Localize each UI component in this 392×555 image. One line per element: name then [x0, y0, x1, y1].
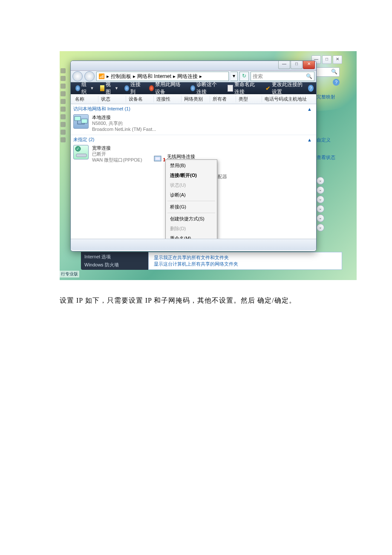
col-connectivity[interactable]: 连接性	[154, 96, 182, 102]
ctx-status: 状态(U)	[166, 180, 217, 190]
bc-sep: ▸	[133, 73, 135, 79]
caret-icon: ▼	[90, 86, 94, 90]
ctx-diagnose[interactable]: 诊断(A)	[166, 190, 217, 200]
col-owner[interactable]: 所有者	[210, 96, 236, 102]
search-icon: 🔍	[331, 69, 337, 75]
link-show-shared-files[interactable]: 显示我正在共享的所有文件和文件夹	[154, 254, 342, 261]
close-button[interactable]: ✕	[303, 61, 315, 69]
tb-diagnose[interactable]: 诊断这个连接	[188, 80, 224, 96]
connection-list: 访问本地网络和 Internet (1)▲ 本地连接 N5800, 共享的 Br…	[71, 104, 316, 239]
svg-text:✓: ✓	[76, 147, 80, 151]
outer-maximize-button[interactable]: □	[322, 55, 331, 64]
wireless-adapter-icon[interactable]: ✖	[154, 153, 165, 164]
outer-left-links: Internet 选项 Windows 防火墙	[81, 252, 148, 270]
maximize-button[interactable]: □	[291, 61, 303, 69]
conn-title: 本地连接	[92, 114, 156, 120]
help-icon[interactable]: ?	[308, 85, 314, 92]
screenshot: 行专业版 — □ ✕ 🔍 ? 完整映射 自定义 查看状态 ⌄ ⌄ ⌄ ⌄ ⌄ ⌄	[60, 51, 357, 280]
tb-view[interactable]: 视图▼	[98, 80, 121, 96]
network-adapter-icon	[73, 114, 89, 129]
conn-title: 宽带连接	[92, 145, 142, 151]
group-local-network[interactable]: 访问本地网络和 Internet (1)▲	[71, 104, 316, 113]
svg-rect-6	[156, 157, 160, 160]
view-icon	[100, 85, 105, 91]
ctx-create-shortcut[interactable]: 创建快捷方式(S)	[166, 214, 217, 224]
bc-sep: ▸	[173, 73, 176, 79]
network-connections-window: — □ ✕ 📶 ▸ 控制面板 ▸ 网络和 Internet ▸ 网络连接 ▸	[70, 61, 317, 251]
command-bar: 组织▼ 视图▼ 连接到 禁用此网络设备 诊断这个连接 重命名此连接 ✔更改此连接…	[71, 82, 316, 94]
conn-subtitle: N5800, 共享的	[92, 120, 156, 126]
col-status[interactable]: 状态	[98, 96, 126, 102]
titlebar[interactable]: — □ ✕	[71, 61, 316, 71]
tb-rename[interactable]: 重命名此连接	[225, 80, 262, 96]
bc-seg2[interactable]: 网络和 Internet	[137, 73, 171, 80]
col-type[interactable]: 类型	[236, 96, 262, 102]
chevron-down-icon[interactable]: ⌄	[317, 177, 324, 185]
tb-change-settings[interactable]: ✔更改此连接的设置	[263, 80, 306, 96]
col-device[interactable]: 设备名	[126, 96, 154, 102]
col-phone[interactable]: 电话号码或主机地址	[262, 96, 316, 102]
document-caption: 设置 IP 如下，只需要设置 IP 和子网掩码，其他不设置。然后 确定/确定。	[60, 296, 392, 305]
caret-icon: ▼	[115, 86, 118, 90]
check-icon: ✔	[265, 85, 271, 92]
bc-sep: ▸	[199, 73, 202, 79]
connection-wireless-adapter-suffix: 配器	[218, 173, 227, 180]
collapse-icon[interactable]: ▲	[307, 137, 312, 142]
outer-right-panel: 完整映射 自定义 查看状态 ⌄ ⌄ ⌄ ⌄ ⌄ ⌄	[317, 77, 342, 280]
search-placeholder: 搜索	[253, 73, 263, 80]
bc-sep: ▸	[107, 73, 109, 79]
link-windows-firewall[interactable]: Windows 防火墙	[84, 262, 148, 268]
rename-icon	[228, 85, 233, 92]
chevron-down-icon[interactable]: ⌄	[317, 186, 324, 194]
chevron-down-icon[interactable]: ⌄	[317, 205, 324, 213]
breadcrumb-dropdown[interactable]: ▾	[231, 72, 238, 81]
link-customize[interactable]: 自定义	[317, 137, 342, 143]
conn-device: WAN 微型端口(PPPOE)	[92, 157, 142, 163]
connect-icon	[124, 85, 129, 91]
connection-wireless-title[interactable]: 无线网络连接	[167, 153, 195, 160]
svg-rect-0	[75, 116, 81, 121]
refresh-button[interactable]: ↻	[239, 72, 249, 81]
chevron-down-icon[interactable]: ⌄	[317, 214, 324, 222]
tb-organize[interactable]: 组织▼	[73, 80, 96, 96]
link-view-status[interactable]: 查看状态	[317, 154, 342, 161]
breadcrumb[interactable]: 📶 ▸ 控制面板 ▸ 网络和 Internet ▸ 网络连接 ▸	[96, 72, 229, 81]
ctx-delete: 删除(D)	[166, 224, 217, 234]
ctx-bridge[interactable]: 桥接(G)	[166, 202, 217, 212]
chevron-down-icon[interactable]: ⌄	[317, 224, 324, 231]
disable-icon	[149, 85, 154, 91]
separator	[167, 213, 215, 213]
ctx-connect-disconnect[interactable]: 连接/断开(O)	[166, 171, 217, 180]
ctx-rename[interactable]: 重命名(M)	[166, 234, 217, 239]
ctx-disable[interactable]: 禁用(B)	[166, 161, 217, 171]
col-name[interactable]: 名称	[72, 96, 98, 102]
broadband-icon: ✓	[73, 145, 89, 159]
outer-close-button[interactable]: ✕	[333, 55, 342, 64]
collapse-icon[interactable]: ▲	[307, 107, 312, 112]
search-input[interactable]: 搜索 🔍	[251, 72, 314, 81]
link-full-map[interactable]: 完整映射	[317, 94, 342, 100]
folder-icon: 📶	[98, 73, 105, 79]
tb-connect-to[interactable]: 连接到	[122, 80, 145, 96]
statusbar	[71, 239, 316, 250]
conn-subtitle: 已断开	[92, 151, 142, 157]
bc-seg3[interactable]: 网络连接	[177, 73, 198, 80]
context-menu: 禁用(B) 连接/断开(O) 状态(U) 诊断(A) 桥接(G) 创建快捷方式(…	[165, 159, 217, 239]
dock-label: 行专业版	[60, 271, 79, 278]
column-headers[interactable]: 名称 状态 设备名 连接性 网络类别 所有者 类型 电话号码或主机地址	[71, 94, 316, 104]
conn-device: Broadcom NetLink (TM) Fast...	[92, 126, 156, 132]
group-unspecified[interactable]: 未指定 (2)▲	[71, 135, 316, 144]
tb-disable[interactable]: 禁用此网络设备	[147, 80, 187, 96]
organize-icon	[75, 85, 80, 91]
link-internet-options[interactable]: Internet 选项	[84, 254, 148, 260]
taskbar-left	[60, 51, 66, 280]
svg-rect-1	[81, 119, 87, 123]
svg-rect-4	[76, 154, 86, 157]
col-category[interactable]: 网络类别	[182, 96, 210, 102]
search-icon: 🔍	[306, 73, 312, 79]
minimize-button[interactable]: —	[278, 61, 290, 69]
chevron-down-icon[interactable]: ⌄	[317, 196, 324, 203]
connection-local[interactable]: 本地连接 N5800, 共享的 Broadcom NetLink (TM) Fa…	[71, 113, 316, 135]
link-show-shared-folders[interactable]: 显示这台计算机上所有共享的网络文件夹	[154, 261, 342, 267]
bc-seg1[interactable]: 控制面板	[111, 73, 131, 80]
